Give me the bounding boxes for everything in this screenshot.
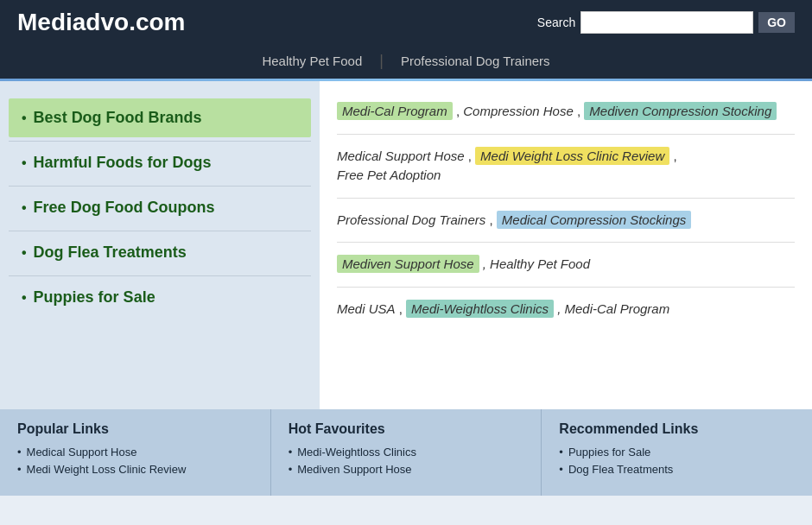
search-label: Search (537, 16, 575, 29)
bullet-icon: • (22, 290, 27, 306)
link-free-pet-adoption[interactable]: Free Pet Adoption (337, 168, 441, 182)
footer-popular-link-1[interactable]: Medical Support Hose (17, 446, 253, 459)
link-medi-cal-program[interactable]: , Medi-Cal Program (557, 301, 669, 316)
content-row: Medi USA , Medi-Weightloss Clinics , Med… (337, 288, 795, 332)
logo: Mediadvo.com (17, 9, 185, 36)
content: Medi-Cal Program , Compression Hose , Me… (320, 81, 812, 409)
tag-medi-cal-program[interactable]: Medi-Cal Program (337, 102, 453, 120)
sidebar-item-label: Best Dog Food Brands (34, 109, 202, 127)
nav-item-healthy-pet-food[interactable]: Healthy Pet Food (244, 50, 379, 72)
sidebar-item-best-dog-food[interactable]: • Best Dog Food Brands (9, 98, 311, 137)
footer-recommended-link-2[interactable]: Dog Flea Treatments (559, 463, 795, 476)
sidebar-item-label: Puppies for Sale (34, 288, 155, 307)
bullet-icon: • (22, 200, 27, 216)
sidebar-separator (9, 275, 311, 276)
search-input[interactable] (580, 11, 753, 34)
link-compression-hose[interactable]: Compression Hose (463, 104, 574, 118)
go-button[interactable]: GO (758, 12, 795, 33)
sidebar-separator (9, 231, 311, 231)
tag-mediven-support-hose[interactable]: Mediven Support Hose (337, 255, 479, 273)
footer-col-hot: Hot Favourites Medi-Weightloss Clinics M… (271, 409, 542, 496)
sidebar-item-label: Free Dog Food Coupons (34, 199, 215, 217)
main: • Best Dog Food Brands • Harmful Foods f… (0, 81, 812, 409)
separator: , (456, 104, 463, 118)
footer-col-popular: Popular Links Medical Support Hose Medi … (0, 409, 271, 496)
footer-col-recommended: Recommended Links Puppies for Sale Dog F… (542, 409, 812, 496)
sidebar-item-label: Harmful Foods for Dogs (34, 154, 212, 172)
content-row: Medical Support Hose , Medi Weight Loss … (337, 135, 795, 199)
footer-recommended-title: Recommended Links (559, 421, 795, 437)
tag-medical-compression-stockings[interactable]: Medical Compression Stockings (497, 211, 691, 229)
separator: , (673, 149, 676, 163)
footer-recommended-link-1[interactable]: Puppies for Sale (559, 446, 795, 459)
sidebar: • Best Dog Food Brands • Harmful Foods f… (0, 81, 320, 409)
footer-hot-link-2[interactable]: Mediven Support Hose (289, 463, 524, 476)
footer-popular-title: Popular Links (17, 421, 253, 437)
link-professional-dog-trainers[interactable]: Professional Dog Trainers (337, 212, 485, 227)
sidebar-separator (9, 186, 311, 187)
nav-bar: Healthy Pet Food | Professional Dog Trai… (17, 43, 795, 79)
link-medi-usa[interactable]: Medi USA (337, 301, 396, 316)
sidebar-item-free-coupons[interactable]: • Free Dog Food Coupons (9, 188, 311, 227)
sidebar-item-puppies[interactable]: • Puppies for Sale (9, 278, 311, 317)
sidebar-separator (9, 141, 311, 142)
tag-mediven-compression-stocking[interactable]: Mediven Compression Stocking (584, 102, 777, 120)
link-medical-support-hose[interactable]: Medical Support Hose (337, 149, 465, 163)
separator: , (489, 212, 496, 227)
content-row: Professional Dog Trainers , Medical Comp… (337, 199, 795, 244)
search-area: Search GO (537, 11, 795, 34)
sidebar-item-harmful-foods[interactable]: • Harmful Foods for Dogs (9, 143, 311, 182)
tag-medi-weightloss-clinics[interactable]: Medi-Weightloss Clinics (406, 300, 554, 318)
sidebar-item-flea-treatments[interactable]: • Dog Flea Treatments (9, 233, 311, 272)
nav-item-professional-dog-trainers[interactable]: Professional Dog Trainers (384, 50, 568, 72)
footer: Popular Links Medical Support Hose Medi … (0, 409, 812, 496)
content-row: Medi-Cal Program , Compression Hose , Me… (337, 90, 795, 135)
header-top: Mediadvo.com Search GO (17, 9, 795, 43)
footer-popular-link-2[interactable]: Medi Weight Loss Clinic Review (17, 463, 253, 476)
bullet-icon: • (22, 155, 27, 171)
link-healthy-pet-food[interactable]: , Healthy Pet Food (483, 256, 590, 271)
content-row: Mediven Support Hose , Healthy Pet Food (337, 243, 795, 288)
sidebar-item-label: Dog Flea Treatments (34, 244, 187, 262)
separator: , (399, 301, 406, 316)
footer-hot-link-1[interactable]: Medi-Weightloss Clinics (289, 446, 524, 459)
header: Mediadvo.com Search GO Healthy Pet Food … (0, 0, 812, 79)
bullet-icon: • (22, 245, 27, 261)
tag-medi-weight-loss[interactable]: Medi Weight Loss Clinic Review (475, 147, 669, 165)
bullet-icon: • (22, 111, 27, 126)
footer-hot-title: Hot Favourites (289, 421, 524, 437)
separator: , (468, 149, 475, 163)
